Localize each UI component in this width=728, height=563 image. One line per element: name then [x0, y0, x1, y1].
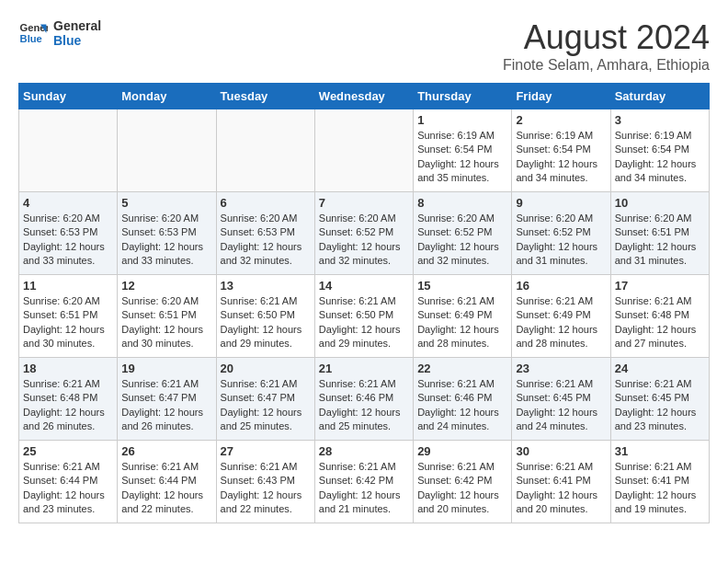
calendar-cell: 10Sunrise: 6:20 AM Sunset: 6:51 PM Dayli…: [610, 192, 709, 275]
day-number: 25: [23, 444, 113, 458]
day-number: 3: [615, 113, 705, 127]
weekday-header-row: SundayMondayTuesdayWednesdayThursdayFrid…: [19, 84, 710, 109]
day-number: 26: [121, 444, 211, 458]
subtitle: Finote Selam, Amhara, Ethiopia: [503, 57, 710, 74]
calendar-cell: 5Sunrise: 6:20 AM Sunset: 6:53 PM Daylig…: [118, 192, 216, 275]
calendar-cell: 11Sunrise: 6:20 AM Sunset: 6:51 PM Dayli…: [19, 275, 118, 358]
calendar-cell: 7Sunrise: 6:20 AM Sunset: 6:52 PM Daylig…: [314, 192, 413, 275]
weekday-header-saturday: Saturday: [610, 84, 709, 109]
calendar-cell: 24Sunrise: 6:21 AM Sunset: 6:45 PM Dayli…: [610, 358, 709, 441]
weekday-header-monday: Monday: [118, 84, 216, 109]
day-detail: Sunrise: 6:21 AM Sunset: 6:50 PM Dayligh…: [319, 294, 409, 351]
logo-line2: Blue: [53, 33, 101, 48]
day-number: 5: [121, 196, 211, 210]
main-title: August 2024: [503, 18, 710, 57]
calendar-cell: 4Sunrise: 6:20 AM Sunset: 6:53 PM Daylig…: [19, 192, 118, 275]
logo-icon: General Blue: [18, 18, 48, 48]
day-number: 21: [319, 362, 409, 375]
calendar-week-row: 1Sunrise: 6:19 AM Sunset: 6:54 PM Daylig…: [19, 109, 710, 192]
weekday-header-friday: Friday: [512, 84, 610, 109]
calendar-cell: [314, 109, 413, 192]
calendar-cell: 2Sunrise: 6:19 AM Sunset: 6:54 PM Daylig…: [512, 109, 610, 192]
day-number: 7: [319, 196, 409, 210]
calendar-cell: 28Sunrise: 6:21 AM Sunset: 6:42 PM Dayli…: [314, 441, 413, 523]
calendar-cell: 16Sunrise: 6:21 AM Sunset: 6:49 PM Dayli…: [512, 275, 610, 358]
calendar-header: SundayMondayTuesdayWednesdayThursdayFrid…: [19, 84, 710, 109]
day-number: 14: [319, 279, 409, 293]
day-number: 19: [121, 362, 211, 375]
calendar-cell: 14Sunrise: 6:21 AM Sunset: 6:50 PM Dayli…: [314, 275, 413, 358]
day-number: 8: [417, 196, 507, 210]
day-detail: Sunrise: 6:21 AM Sunset: 6:47 PM Dayligh…: [121, 377, 211, 434]
calendar-week-row: 11Sunrise: 6:20 AM Sunset: 6:51 PM Dayli…: [19, 275, 710, 358]
day-detail: Sunrise: 6:20 AM Sunset: 6:52 PM Dayligh…: [319, 212, 409, 269]
day-detail: Sunrise: 6:20 AM Sunset: 6:52 PM Dayligh…: [417, 212, 507, 269]
day-detail: Sunrise: 6:21 AM Sunset: 6:46 PM Dayligh…: [417, 377, 507, 434]
calendar-cell: 31Sunrise: 6:21 AM Sunset: 6:41 PM Dayli…: [610, 441, 709, 523]
calendar-body: 1Sunrise: 6:19 AM Sunset: 6:54 PM Daylig…: [19, 109, 710, 523]
day-number: 28: [319, 444, 409, 458]
day-detail: Sunrise: 6:21 AM Sunset: 6:47 PM Dayligh…: [221, 377, 311, 434]
day-number: 4: [23, 196, 113, 210]
day-number: 23: [516, 362, 606, 375]
day-number: 13: [221, 279, 311, 293]
day-detail: Sunrise: 6:19 AM Sunset: 6:54 PM Dayligh…: [615, 129, 705, 186]
day-detail: Sunrise: 6:21 AM Sunset: 6:43 PM Dayligh…: [221, 460, 311, 517]
day-detail: Sunrise: 6:19 AM Sunset: 6:54 PM Dayligh…: [417, 129, 507, 186]
calendar-cell: 30Sunrise: 6:21 AM Sunset: 6:41 PM Dayli…: [512, 441, 610, 523]
logo: General Blue General Blue: [18, 18, 101, 48]
day-detail: Sunrise: 6:21 AM Sunset: 6:50 PM Dayligh…: [221, 294, 311, 351]
day-detail: Sunrise: 6:21 AM Sunset: 6:42 PM Dayligh…: [417, 460, 507, 517]
calendar-cell: 13Sunrise: 6:21 AM Sunset: 6:50 PM Dayli…: [216, 275, 314, 358]
day-detail: Sunrise: 6:21 AM Sunset: 6:45 PM Dayligh…: [615, 377, 705, 434]
calendar-cell: 25Sunrise: 6:21 AM Sunset: 6:44 PM Dayli…: [19, 441, 118, 523]
weekday-header-wednesday: Wednesday: [314, 84, 413, 109]
calendar-table: SundayMondayTuesdayWednesdayThursdayFrid…: [18, 83, 710, 523]
weekday-header-thursday: Thursday: [414, 84, 512, 109]
page-header: General Blue General Blue August 2024 Fi…: [18, 18, 710, 74]
day-detail: Sunrise: 6:20 AM Sunset: 6:51 PM Dayligh…: [23, 294, 113, 351]
calendar-cell: 15Sunrise: 6:21 AM Sunset: 6:49 PM Dayli…: [414, 275, 512, 358]
day-number: 10: [615, 196, 705, 210]
logo-line1: General: [53, 18, 101, 33]
day-number: 24: [615, 362, 705, 375]
day-detail: Sunrise: 6:20 AM Sunset: 6:51 PM Dayligh…: [121, 294, 211, 351]
day-number: 1: [417, 113, 507, 127]
day-number: 17: [615, 279, 705, 293]
calendar-cell: 27Sunrise: 6:21 AM Sunset: 6:43 PM Dayli…: [216, 441, 314, 523]
day-detail: Sunrise: 6:20 AM Sunset: 6:51 PM Dayligh…: [615, 212, 705, 269]
calendar-cell: [216, 109, 314, 192]
calendar-cell: 17Sunrise: 6:21 AM Sunset: 6:48 PM Dayli…: [610, 275, 709, 358]
calendar-cell: 29Sunrise: 6:21 AM Sunset: 6:42 PM Dayli…: [414, 441, 512, 523]
calendar-cell: 8Sunrise: 6:20 AM Sunset: 6:52 PM Daylig…: [414, 192, 512, 275]
day-detail: Sunrise: 6:21 AM Sunset: 6:46 PM Dayligh…: [319, 377, 409, 434]
day-detail: Sunrise: 6:21 AM Sunset: 6:49 PM Dayligh…: [516, 294, 606, 351]
weekday-header-sunday: Sunday: [19, 84, 118, 109]
day-number: 2: [516, 113, 606, 127]
day-number: 20: [221, 362, 311, 375]
day-detail: Sunrise: 6:21 AM Sunset: 6:45 PM Dayligh…: [516, 377, 606, 434]
svg-text:Blue: Blue: [20, 33, 42, 44]
day-detail: Sunrise: 6:21 AM Sunset: 6:41 PM Dayligh…: [615, 460, 705, 517]
calendar-cell: [19, 109, 118, 192]
calendar-cell: 3Sunrise: 6:19 AM Sunset: 6:54 PM Daylig…: [610, 109, 709, 192]
calendar-cell: 23Sunrise: 6:21 AM Sunset: 6:45 PM Dayli…: [512, 358, 610, 441]
title-section: August 2024 Finote Selam, Amhara, Ethiop…: [503, 18, 710, 74]
day-number: 30: [516, 444, 606, 458]
day-number: 9: [516, 196, 606, 210]
calendar-cell: 26Sunrise: 6:21 AM Sunset: 6:44 PM Dayli…: [118, 441, 216, 523]
day-number: 27: [221, 444, 311, 458]
calendar-cell: 21Sunrise: 6:21 AM Sunset: 6:46 PM Dayli…: [314, 358, 413, 441]
calendar-week-row: 25Sunrise: 6:21 AM Sunset: 6:44 PM Dayli…: [19, 441, 710, 523]
calendar-cell: [118, 109, 216, 192]
day-detail: Sunrise: 6:20 AM Sunset: 6:52 PM Dayligh…: [516, 212, 606, 269]
day-detail: Sunrise: 6:21 AM Sunset: 6:44 PM Dayligh…: [121, 460, 211, 517]
calendar-week-row: 18Sunrise: 6:21 AM Sunset: 6:48 PM Dayli…: [19, 358, 710, 441]
day-number: 6: [221, 196, 311, 210]
day-number: 31: [615, 444, 705, 458]
calendar-week-row: 4Sunrise: 6:20 AM Sunset: 6:53 PM Daylig…: [19, 192, 710, 275]
day-number: 16: [516, 279, 606, 293]
day-detail: Sunrise: 6:20 AM Sunset: 6:53 PM Dayligh…: [23, 212, 113, 269]
day-detail: Sunrise: 6:20 AM Sunset: 6:53 PM Dayligh…: [121, 212, 211, 269]
day-detail: Sunrise: 6:19 AM Sunset: 6:54 PM Dayligh…: [516, 129, 606, 186]
